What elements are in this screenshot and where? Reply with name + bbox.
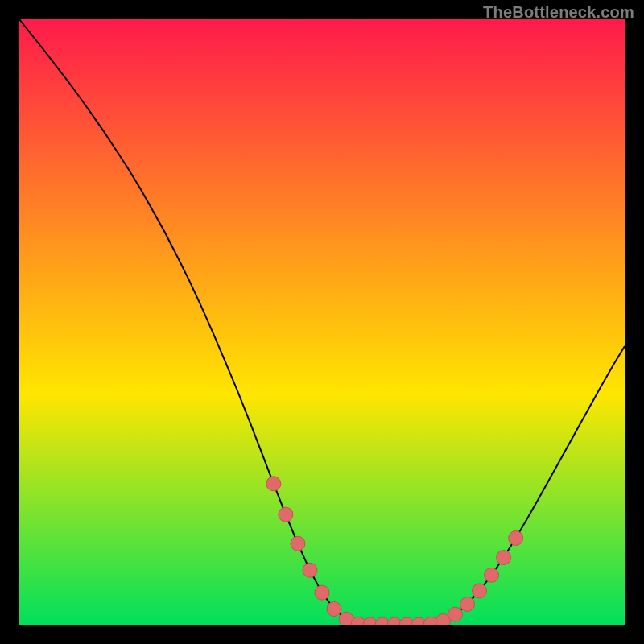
highlight-dot	[327, 601, 341, 616]
highlight-dot	[473, 584, 487, 598]
highlight-dot	[266, 477, 281, 491]
plot-area	[19, 19, 625, 625]
highlight-dot	[315, 585, 329, 600]
chart-frame: TheBottleneck.com	[0, 0, 644, 644]
highlight-dot	[509, 530, 523, 545]
highlight-dot	[279, 507, 293, 522]
highlight-dot	[460, 597, 474, 611]
highlight-dot	[291, 536, 305, 551]
highlight-dot	[448, 607, 462, 621]
gradient-background	[19, 19, 625, 625]
highlight-dot	[485, 568, 499, 582]
highlight-dot	[497, 551, 511, 565]
highlight-dot	[303, 563, 317, 577]
chart-svg	[19, 19, 625, 625]
